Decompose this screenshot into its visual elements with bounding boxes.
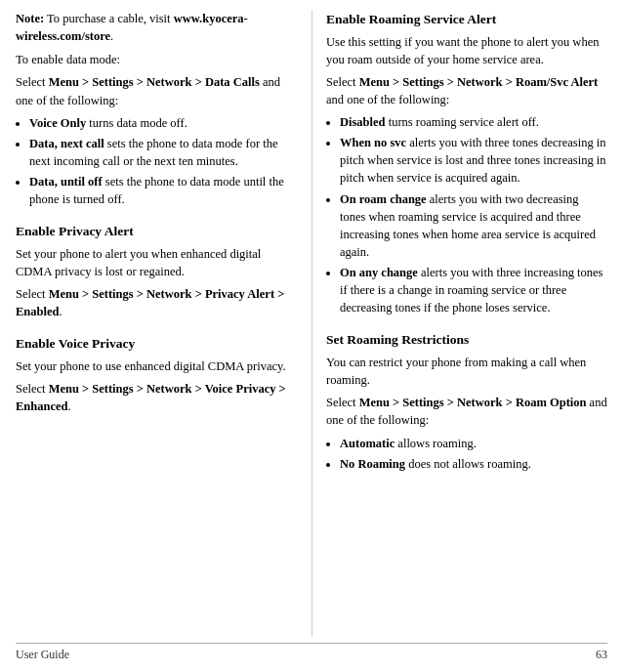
- item-bold: No Roaming: [340, 457, 405, 471]
- item-bold: On roam change: [340, 192, 427, 206]
- content-area: Note: To purchase a cable, visit www.kyo…: [16, 10, 607, 637]
- evp-instr-prefix: Select: [16, 382, 49, 396]
- era-instr-prefix: Select: [326, 75, 359, 89]
- list-item: Data, next call sets the phone to data m…: [29, 135, 298, 170]
- srr-instr-prefix: Select: [326, 396, 359, 409]
- footer-left-label: User Guide: [16, 648, 69, 662]
- footer-page-number: 63: [596, 648, 607, 662]
- enable-roaming-alert-instruction: Select Menu > Settings > Network > Roam/…: [326, 73, 607, 108]
- epa-instr-prefix: Select: [16, 287, 49, 301]
- item-bold: Automatic: [340, 437, 395, 450]
- roaming-alert-list: Disabled turns roaming service alert off…: [340, 113, 607, 316]
- item-text: does not allows roaming.: [405, 457, 531, 471]
- item-bold: When no svc: [340, 136, 406, 149]
- list-item: Disabled turns roaming service alert off…: [340, 113, 607, 131]
- list-item: Automatic allows roaming.: [340, 435, 607, 452]
- footer-bar: User Guide 63: [16, 643, 607, 662]
- item-bold: On any change: [340, 266, 418, 279]
- enable-voice-privacy-instruction: Select Menu > Settings > Network > Voice…: [16, 380, 298, 415]
- data-mode-instr-prefix: Select: [16, 75, 49, 89]
- enable-roaming-alert-title: Enable Roaming Service Alert: [326, 10, 607, 29]
- era-instr-suffix: and one of the following:: [326, 93, 449, 106]
- data-mode-instruction: Select Menu > Settings > Network > Data …: [16, 73, 298, 108]
- item-bold: Data, until off: [29, 175, 103, 189]
- item-text: turns roaming service alert off.: [386, 115, 539, 129]
- era-instr-bold: Menu > Settings > Network > Roam/Svc Ale…: [359, 75, 599, 89]
- list-item: On roam change alerts you with two decre…: [340, 190, 607, 262]
- data-mode-list: Voice Only turns data mode off. Data, ne…: [29, 114, 298, 209]
- evp-instr-suffix: .: [68, 399, 71, 413]
- set-roaming-restrictions-body: You can restrict your phone from making …: [326, 354, 607, 389]
- enable-roaming-alert-body: Use this setting if you want the phone t…: [326, 33, 607, 68]
- enable-voice-privacy-body: Set your phone to use enhanced digital C…: [16, 357, 298, 375]
- enable-privacy-alert-title: Enable Privacy Alert: [16, 222, 298, 241]
- left-column: Note: To purchase a cable, visit www.kyo…: [16, 10, 312, 637]
- list-item: No Roaming does not allows roaming.: [340, 455, 607, 473]
- item-text: allows roaming.: [395, 437, 477, 450]
- set-roaming-restrictions-instruction: Select Menu > Settings > Network > Roam …: [326, 394, 607, 429]
- item-bold: Data, next call: [29, 137, 104, 150]
- list-item: On any change alerts you with three incr…: [340, 264, 607, 316]
- list-item: When no svc alerts you with three tones …: [340, 134, 607, 187]
- note-paragraph: Note: To purchase a cable, visit www.kyo…: [16, 10, 298, 45]
- note-suffix: .: [110, 29, 113, 43]
- roaming-restrictions-list: Automatic allows roaming. No Roaming doe…: [340, 435, 607, 473]
- epa-instr-suffix: .: [59, 305, 62, 318]
- note-text-body: To purchase a cable, visit: [44, 12, 174, 25]
- data-mode-intro: To enable data mode:: [16, 51, 298, 68]
- epa-instr-bold: Menu > Settings > Network > Privacy Aler…: [16, 287, 284, 318]
- evp-instr-bold: Menu > Settings > Network > Voice Privac…: [16, 382, 286, 413]
- set-roaming-restrictions-title: Set Roaming Restrictions: [326, 330, 607, 350]
- right-column: Enable Roaming Service Alert Use this se…: [312, 10, 607, 637]
- data-mode-instr-bold: Menu > Settings > Network > Data Calls: [49, 75, 260, 89]
- srr-instr-bold: Menu > Settings > Network > Roam Option: [359, 396, 587, 409]
- page: Note: To purchase a cable, visit www.kyo…: [0, 0, 623, 672]
- list-item: Voice Only turns data mode off.: [29, 114, 298, 132]
- item-text: turns data mode off.: [86, 116, 187, 130]
- enable-privacy-alert-instruction: Select Menu > Settings > Network > Priva…: [16, 285, 298, 320]
- list-item: Data, until off sets the phone to data m…: [29, 173, 298, 208]
- note-label: Note:: [16, 12, 44, 25]
- enable-voice-privacy-title: Enable Voice Privacy: [16, 334, 298, 354]
- item-bold: Voice Only: [29, 116, 86, 130]
- enable-privacy-alert-body: Set your phone to alert you when enhance…: [16, 245, 298, 280]
- item-bold: Disabled: [340, 115, 386, 129]
